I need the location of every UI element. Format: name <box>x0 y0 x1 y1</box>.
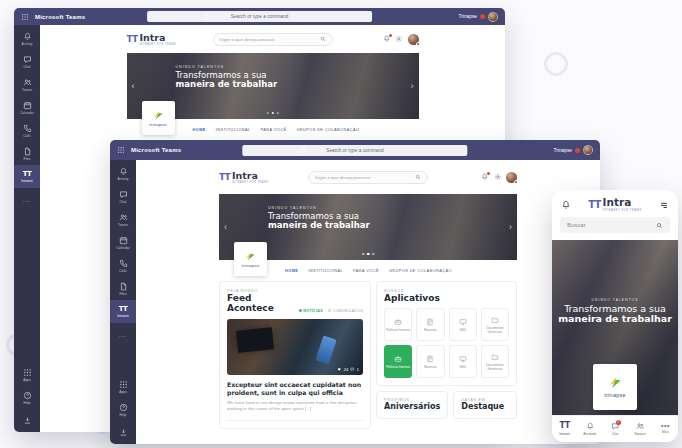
trinapse-logo-icon <box>607 376 624 390</box>
rail-item-apps[interactable]: Apps <box>110 375 136 398</box>
app-tile-ged[interactable]: GED <box>449 308 477 341</box>
filter-noticias[interactable]: NOTÍCIAS <box>299 309 323 313</box>
app-launcher-icon[interactable] <box>117 146 125 154</box>
rail-item-more[interactable]: ... <box>14 188 40 211</box>
nav-institucional[interactable]: INSTITUCIONAL <box>216 127 251 132</box>
carousel-prev-arrow[interactable]: ‹ <box>132 82 135 91</box>
rail-item-intranet[interactable]: TTIntranet <box>14 165 40 188</box>
tab-equipes[interactable]: Equipes <box>628 422 653 436</box>
nav-para-voce[interactable]: PARA VOCÊ <box>353 268 379 273</box>
rail-item-teams[interactable]: Teams <box>14 73 40 96</box>
carousel-next-arrow[interactable]: › <box>509 223 512 232</box>
feed-article-photo[interactable]: 24 1 <box>227 319 363 375</box>
tab-atividade[interactable]: Atividade <box>577 422 602 436</box>
intra-page-nav: HOME INSTITUCIONAL PARA VOCÊ GRUPOS DE C… <box>193 124 419 134</box>
rail-item-more[interactable]: ... <box>110 323 136 346</box>
carousel-dot[interactable] <box>271 112 274 115</box>
rail-item-files[interactable]: Files <box>110 277 136 300</box>
intra-search-placeholder: Digite o que deseja procurar <box>220 37 275 42</box>
app-tile-documentos-gerenciais[interactable]: Documentos Gerenciais <box>481 345 509 378</box>
rail-item-download[interactable] <box>14 409 40 432</box>
avatar[interactable] <box>583 145 593 155</box>
intra-header: TT Intra INTRANET FOR TEAMS Digite o que… <box>219 160 517 194</box>
nav-grupos[interactable]: GRUPOS DE COLABORAÇÃO <box>389 268 452 273</box>
comment-count: 1 <box>357 367 359 372</box>
app-tile-politicas-internas-active[interactable]: Políticas Internas <box>384 345 412 378</box>
chat-icon <box>119 190 128 199</box>
filter-dot-icon <box>299 309 302 312</box>
rail-item-files[interactable]: Files <box>14 142 40 165</box>
app-tile-documentos-gerenciais[interactable]: Documentos Gerenciais <box>481 308 509 341</box>
teams-command-bar[interactable]: Search or type a command <box>147 11 373 22</box>
carousel-prev-arrow[interactable]: ‹ <box>224 223 227 232</box>
intra-search-placeholder: Digite o que deseja procurar <box>315 175 370 180</box>
app-tile-materiais[interactable]: Materiais <box>416 345 444 378</box>
rail-item-calls[interactable]: Calls <box>14 119 40 142</box>
carousel-dot[interactable] <box>367 253 370 256</box>
avatar[interactable] <box>488 12 498 22</box>
feed-article-title[interactable]: Excepteur sint occaecat cupidatat non pr… <box>227 381 363 397</box>
nav-para-voce[interactable]: PARA VOCÊ <box>261 127 287 132</box>
intra-logo-subtitle: INTRANET FOR TEAMS <box>232 181 269 184</box>
help-icon <box>119 403 128 412</box>
app-tile-politicas-internas[interactable]: Políticas Internas <box>384 308 412 341</box>
titlebar-user-area[interactable]: Trinapse <box>459 12 499 22</box>
settings-gear-icon[interactable] <box>395 35 403 43</box>
status-dot <box>514 180 518 184</box>
rail-item-calendar[interactable]: Calendar <box>14 96 40 119</box>
notifications-button[interactable] <box>383 35 391 43</box>
rail-item-help[interactable]: Help <box>110 398 136 421</box>
avatar[interactable] <box>506 172 517 183</box>
nav-home[interactable]: HOME <box>193 127 206 132</box>
app-launcher-icon[interactable] <box>21 13 29 21</box>
rail-item-calls[interactable]: Calls <box>110 254 136 277</box>
like-heart-icon[interactable] <box>337 367 342 372</box>
carousel-next-arrow[interactable]: › <box>411 82 414 91</box>
titlebar-user-area[interactable]: Trinapse <box>554 145 594 155</box>
carousel-dot[interactable] <box>362 253 365 256</box>
nav-home[interactable]: HOME <box>285 268 298 273</box>
rail-item-help[interactable]: Help <box>14 386 40 409</box>
more-icon: ••• <box>661 424 670 428</box>
settings-gear-icon[interactable] <box>494 173 502 181</box>
intra-search-input[interactable]: Digite o que deseja procurar <box>308 171 428 184</box>
filter-comunicados[interactable]: COMUNICADOS <box>328 309 363 313</box>
bell-icon[interactable] <box>561 200 571 210</box>
rail-item-intranet[interactable]: TTIntranet <box>110 300 136 323</box>
carousel-dot[interactable] <box>276 112 279 115</box>
intra-logo-mark-icon: TT <box>219 173 230 182</box>
hamburger-menu-icon[interactable] <box>659 200 669 210</box>
comment-icon[interactable] <box>350 367 355 372</box>
notifications-button[interactable] <box>481 173 489 181</box>
rail-item-download[interactable] <box>110 421 136 444</box>
search-icon <box>415 174 421 180</box>
teams-command-bar[interactable]: Search or type a command <box>242 145 467 156</box>
birthdays-section[interactable]: PRÓXIMOS Aniversários <box>376 391 448 418</box>
carousel-dot[interactable] <box>372 253 375 256</box>
intra-search-input[interactable]: Digite o que deseja procurar <box>213 33 333 46</box>
avatar[interactable] <box>408 34 419 45</box>
rail-item-calendar[interactable]: Calendar <box>110 231 136 254</box>
intra-logo-subtitle: INTRANET FOR TEAMS <box>603 208 642 212</box>
tab-intranet[interactable]: TT Intranet <box>552 422 577 436</box>
highlights-section[interactable]: DATAS EM Destaque <box>453 391 517 418</box>
app-tile-ged[interactable]: GED <box>449 345 477 378</box>
notification-badge <box>480 14 485 19</box>
feed-title: Feed Acontece <box>227 293 299 314</box>
app-tile-materiais[interactable]: Materiais <box>416 308 444 341</box>
bell-icon <box>119 167 128 176</box>
mobile-search-input[interactable]: Buscar <box>560 217 670 233</box>
window-title: Microsoft Teams <box>35 14 85 20</box>
rail-item-chat[interactable]: Chat <box>14 50 40 73</box>
rail-item-activity[interactable]: Activity <box>110 162 136 185</box>
nav-institucional[interactable]: INSTITUCIONAL <box>308 268 343 273</box>
nav-grupos[interactable]: GRUPOS DE COLABORAÇÃO <box>296 127 359 132</box>
carousel-dot[interactable] <box>266 112 269 115</box>
rail-item-apps[interactable]: Apps <box>14 363 40 386</box>
rail-item-chat[interactable]: Chat <box>110 185 136 208</box>
tab-mais[interactable]: ••• Mais <box>653 424 678 434</box>
decorative-ring <box>544 52 568 76</box>
rail-item-activity[interactable]: Activity <box>14 27 40 50</box>
rail-item-teams[interactable]: Teams <box>110 208 136 231</box>
tab-chat[interactable]: 2 Chat <box>602 422 627 436</box>
